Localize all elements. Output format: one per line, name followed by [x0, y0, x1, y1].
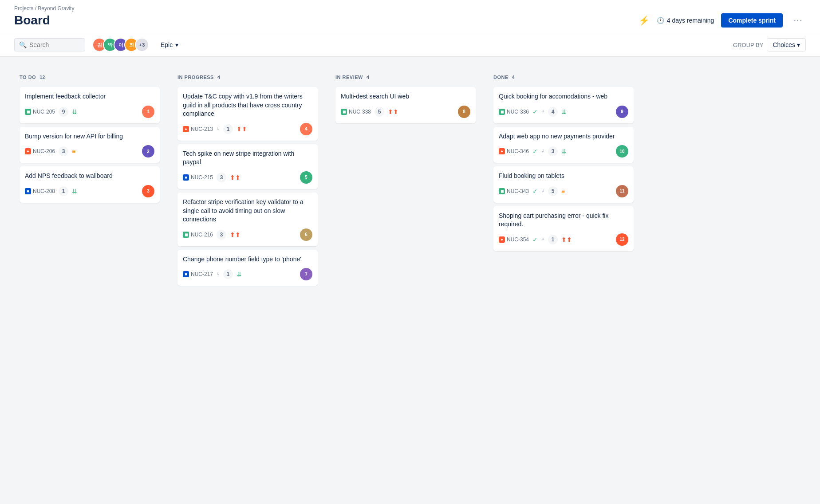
- issue-type-icon: ◼: [183, 232, 189, 238]
- card[interactable]: Shoping cart purchasing error - quick fi…: [493, 206, 634, 251]
- card-footer: ■ NUC-215 3 ⬆⬆ 5: [183, 171, 312, 184]
- issue-id: ■ NUC-208: [25, 188, 55, 194]
- more-options-button[interactable]: ⋯: [790, 13, 806, 28]
- branch-count: 1: [223, 124, 233, 134]
- card-footer: ■ NUC-217 ⑂ 1 ⇊ 7: [183, 268, 312, 280]
- card-title: Add NPS feedback to wallboard: [25, 172, 154, 181]
- priority-icon: ⇊: [561, 148, 567, 155]
- branch-count: 1: [548, 235, 558, 244]
- priority-icon: ⬆⬆: [230, 231, 240, 238]
- branch-icon: ⑂: [217, 126, 220, 132]
- issue-type-icon: ●: [25, 148, 31, 154]
- assignee-avatar: 11: [616, 185, 628, 197]
- story-points: 3: [217, 173, 226, 182]
- assignee-avatar: 4: [300, 123, 312, 135]
- assignee-avatar: 10: [616, 145, 628, 158]
- issue-type-icon: ◼: [499, 188, 505, 194]
- issue-id-text: NUC-213: [191, 126, 213, 132]
- search-box[interactable]: 🔍: [14, 38, 85, 51]
- card[interactable]: Refactor stripe verification key validat…: [177, 193, 318, 246]
- avatar-group[interactable]: 김 박 이 최 +3: [92, 38, 149, 52]
- card[interactable]: Multi-dest search UI web ◼ NUC-338 5 ⬆⬆ …: [335, 87, 476, 123]
- column-count: 4: [367, 75, 369, 80]
- branch-count: 3: [548, 146, 558, 156]
- column-inreview: IN REVIEW 4 Multi-dest search UI web ◼ N…: [330, 67, 481, 132]
- issue-type-icon: ■: [183, 174, 189, 181]
- issue-id-text: NUC-208: [33, 188, 55, 194]
- card-title: Fluid booking on tablets: [499, 172, 628, 181]
- card[interactable]: Update T&C copy with v1.9 from the write…: [177, 87, 318, 141]
- issue-type-icon: ●: [499, 236, 505, 243]
- toolbar-right: GROUP BY Choices ▾: [733, 38, 806, 51]
- column-title: TO DO: [20, 75, 36, 80]
- search-icon: 🔍: [19, 41, 27, 48]
- card-title: Shoping cart purchasing error - quick fi…: [499, 212, 628, 229]
- priority-icon: ⬆⬆: [388, 108, 398, 115]
- issue-id: ● NUC-206: [25, 148, 55, 154]
- complete-sprint-button[interactable]: Complete sprint: [721, 13, 783, 28]
- column-count: 12: [39, 75, 45, 80]
- issue-id-text: NUC-205: [33, 109, 55, 115]
- card[interactable]: Adapt web app no new payments provider ●…: [493, 127, 634, 163]
- column-inprogress: IN PROGRESS 4 Update T&C copy with v1.9 …: [172, 67, 323, 295]
- priority-icon: ⇊: [72, 188, 77, 195]
- chevron-down-icon: ▾: [175, 41, 178, 48]
- issue-id: ■ NUC-215: [183, 174, 213, 181]
- card[interactable]: Add NPS feedback to wallboard ■ NUC-208 …: [20, 166, 160, 203]
- issue-id-text: NUC-343: [507, 188, 529, 194]
- priority-icon: ≡: [72, 148, 75, 155]
- branch-icon: ⑂: [541, 188, 544, 194]
- issue-id: ◼ NUC-216: [183, 232, 213, 238]
- timer-badge: 🕐 4 days remaining: [657, 17, 714, 24]
- check-icon: ✓: [532, 236, 538, 243]
- assignee-avatar: 1: [142, 106, 154, 118]
- branch-icon: ⑂: [541, 236, 544, 243]
- card-title: Quick booking for accomodations - web: [499, 92, 628, 101]
- priority-icon: ⇊: [72, 108, 77, 115]
- card-meta: ● NUC-346 ✓ ⑂ 3 ⇊: [499, 146, 567, 156]
- card-footer: ● NUC-213 ⑂ 1 ⬆⬆ 4: [183, 123, 312, 135]
- issue-id: ◼ NUC-336: [499, 109, 529, 115]
- issue-id: ◼ NUC-343: [499, 188, 529, 194]
- epic-filter-button[interactable]: Epic ▾: [156, 39, 183, 51]
- priority-icon: ⇊: [561, 108, 567, 115]
- story-points: 1: [59, 186, 68, 196]
- card[interactable]: Change phone number field type to 'phone…: [177, 250, 318, 286]
- assignee-avatar: 7: [300, 268, 312, 280]
- card[interactable]: Tech spike on new stripe integration wit…: [177, 144, 318, 189]
- column-todo: TO DO 12 Implement feedback collector ◼ …: [14, 67, 165, 212]
- choices-dropdown[interactable]: Choices ▾: [767, 38, 806, 51]
- branch-count: 1: [223, 269, 233, 279]
- assignee-avatar: 3: [142, 185, 154, 197]
- issue-id-text: NUC-354: [507, 236, 529, 243]
- card-title: Implement feedback collector: [25, 92, 154, 101]
- issue-type-icon: ◼: [25, 109, 31, 115]
- card-footer: ◼ NUC-338 5 ⬆⬆ 8: [341, 106, 470, 118]
- card[interactable]: Implement feedback collector ◼ NUC-205 9…: [20, 87, 160, 123]
- assignee-avatar: 2: [142, 145, 154, 158]
- assignee-avatar: 6: [300, 228, 312, 241]
- card-meta: ◼ NUC-205 9 ⇊: [25, 107, 77, 117]
- card-meta: ● NUC-206 3 ≡: [25, 146, 75, 156]
- assignee-avatar: 5: [300, 171, 312, 184]
- column-title: DONE: [493, 75, 509, 80]
- epic-label: Epic: [161, 41, 173, 48]
- clock-icon: 🕐: [657, 17, 664, 24]
- card-meta: ◼ NUC-343 ✓ ⑂ 5 ≡: [499, 186, 565, 196]
- search-input[interactable]: [29, 41, 80, 48]
- branch-icon: ⑂: [541, 148, 544, 154]
- breadcrumb: Projects / Beyond Gravity: [14, 5, 806, 12]
- card[interactable]: Fluid booking on tablets ◼ NUC-343 ✓ ⑂ 5…: [493, 166, 634, 203]
- card-title: Adapt web app no new payments provider: [499, 132, 628, 141]
- issue-type-icon: ■: [25, 188, 31, 194]
- column-count: 4: [512, 75, 515, 80]
- column-count: 4: [217, 75, 220, 80]
- card-footer: ● NUC-346 ✓ ⑂ 3 ⇊ 10: [499, 145, 628, 158]
- branch-count: 4: [548, 107, 558, 117]
- card[interactable]: Quick booking for accomodations - web ◼ …: [493, 87, 634, 123]
- issue-id: ■ NUC-217: [183, 271, 213, 277]
- card-footer: ◼ NUC-336 ✓ ⑂ 4 ⇊ 9: [499, 106, 628, 118]
- avatar-more[interactable]: +3: [135, 38, 149, 52]
- card[interactable]: Bump version for new API for billing ● N…: [20, 127, 160, 163]
- card-meta: ■ NUC-217 ⑂ 1 ⇊: [183, 269, 242, 279]
